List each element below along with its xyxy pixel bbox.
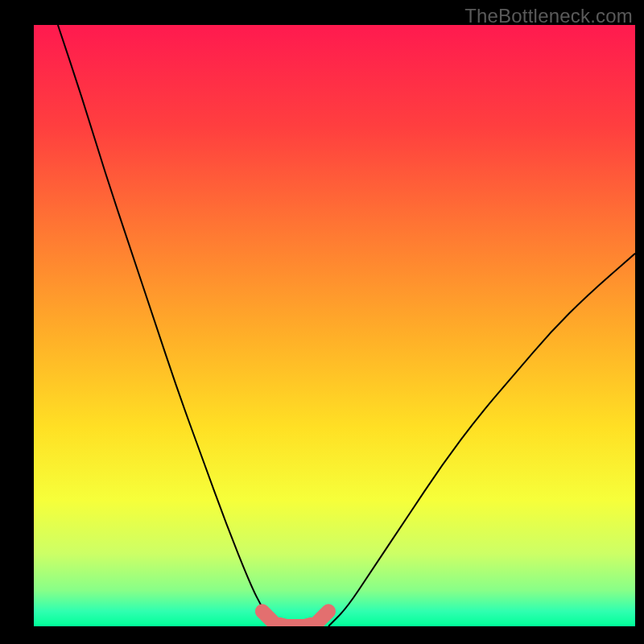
chart-frame: TheBottleneck.com: [0, 0, 644, 644]
black-curve-right: [328, 254, 635, 626]
pink-highlight: [262, 611, 328, 626]
watermark-text: TheBottleneck.com: [464, 5, 633, 27]
plot-area: [34, 25, 635, 626]
chart-curves: [34, 25, 635, 626]
black-curve-left: [58, 25, 275, 626]
